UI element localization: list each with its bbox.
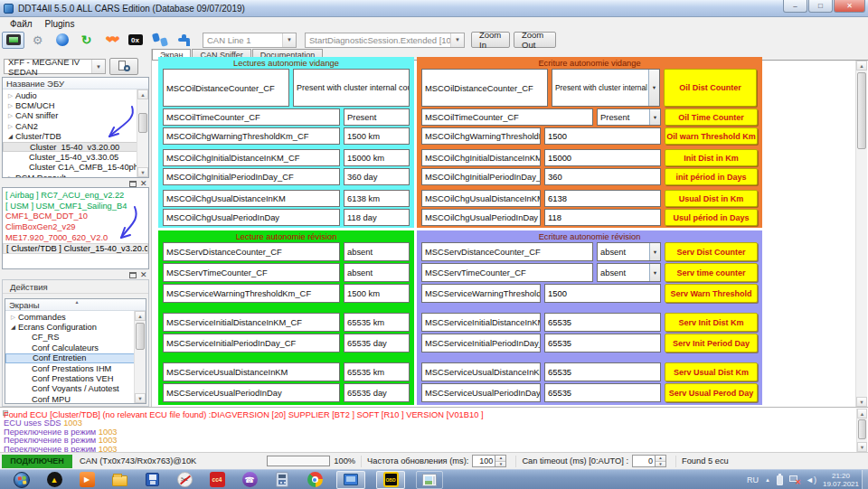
- scroll-down-icon[interactable]: ▼: [135, 393, 146, 403]
- zoom-in-button[interactable]: Zoom In: [471, 32, 510, 48]
- param-input[interactable]: [544, 284, 661, 303]
- tree-item[interactable]: Cluster_15-40_v3.30.05: [3, 152, 148, 162]
- spin-down-icon[interactable]: ▼: [495, 462, 505, 467]
- battery-icon[interactable]: [777, 475, 783, 485]
- close-panel-icon[interactable]: ✕: [140, 272, 147, 278]
- tree-item[interactable]: Cluster C1A_CMFB_15-40ph2_V2.20: [3, 163, 148, 173]
- can-timeout-spinner[interactable]: 0 ▲▼: [632, 455, 666, 467]
- scrollbar-thumb[interactable]: [136, 323, 145, 350]
- screens-header[interactable]: Экраны ▴: [5, 299, 146, 311]
- web-button[interactable]: [51, 32, 73, 49]
- screens-scrollbar[interactable]: ▲ ▼: [134, 311, 146, 403]
- scrollbar-thumb[interactable]: [857, 72, 866, 149]
- spin-down-icon[interactable]: ▼: [656, 462, 665, 467]
- chrome-taskbar-button[interactable]: [304, 471, 326, 489]
- write-button[interactable]: Serv Warn Threshold: [665, 284, 758, 303]
- loaded-ecu-item[interactable]: ClimBoxGen2_v29: [3, 221, 148, 232]
- scroll-down-icon[interactable]: ▼: [856, 397, 867, 407]
- refresh-rate-spinner[interactable]: 100 ▲▼: [472, 455, 506, 467]
- log-scrollbar[interactable]: ▲ ▼: [856, 409, 867, 452]
- language-indicator[interactable]: RU: [747, 475, 759, 484]
- param-select[interactable]: absent▼: [597, 263, 661, 282]
- expander-collapsed-icon[interactable]: ▷: [8, 314, 18, 321]
- write-button[interactable]: Usual Dist in Km: [665, 190, 758, 207]
- clock[interactable]: 21:20 19.07.2021: [823, 472, 859, 488]
- param-input[interactable]: [544, 127, 661, 145]
- tree-item[interactable]: ▷CAN2: [3, 121, 148, 131]
- expander-collapsed-icon[interactable]: ▷: [5, 112, 15, 119]
- expander-collapsed-icon[interactable]: ▷: [5, 92, 15, 99]
- refresh-button[interactable]: ↻: [75, 32, 98, 49]
- tree-item[interactable]: Conf MPU: [5, 394, 146, 404]
- scrollbar-thumb[interactable]: [858, 419, 866, 439]
- tree-item[interactable]: Cluster_15-40_v3.20.00: [3, 142, 148, 152]
- close-button[interactable]: ✕: [834, 0, 865, 13]
- tree-item[interactable]: CF_RS: [5, 333, 146, 343]
- favorites-button[interactable]: ❤❤: [99, 32, 122, 49]
- scroll-up-icon[interactable]: ▲: [856, 61, 867, 71]
- scroll-down-icon[interactable]: ▼: [137, 167, 148, 177]
- param-input[interactable]: [544, 190, 661, 207]
- tree-item[interactable]: Conf Prestations IHM: [5, 363, 146, 373]
- cc4-taskbar-button[interactable]: cc4: [206, 471, 228, 489]
- start-taskbar-button[interactable]: [11, 471, 33, 489]
- param-input[interactable]: [544, 168, 661, 185]
- media-player-taskbar-button[interactable]: ▶: [76, 471, 98, 489]
- tree-item[interactable]: ▷BCM/UCH: [3, 100, 148, 110]
- snipping-taskbar-button[interactable]: ✂: [174, 471, 195, 489]
- session-combo[interactable]: StartDiagnosticSession.Extended [1003] ▼: [305, 33, 465, 48]
- maximize-button[interactable]: □: [808, 0, 833, 13]
- plugin-button[interactable]: [148, 32, 171, 49]
- flow-control-button[interactable]: [173, 32, 195, 49]
- param-input[interactable]: [544, 362, 661, 381]
- options-button[interactable]: ⚙: [26, 32, 49, 49]
- scroll-up-icon[interactable]: ▲: [857, 409, 867, 418]
- save-taskbar-button[interactable]: [141, 471, 163, 489]
- tree-item[interactable]: ◢Ecrans Configuration: [5, 322, 146, 332]
- expander-expanded-icon[interactable]: ◢: [5, 133, 15, 140]
- float-panel-icon[interactable]: [129, 181, 137, 187]
- write-button[interactable]: Init Dist in Km: [665, 149, 758, 166]
- ddt4all-taskbar-button[interactable]: ▲: [43, 471, 65, 489]
- menu-item[interactable]: Plugins: [39, 18, 81, 30]
- param-select[interactable]: Present with cluster internal counter▼: [552, 69, 660, 107]
- tree-item[interactable]: ▷Audio: [3, 90, 148, 100]
- loaded-ecu-item[interactable]: [ Airbag ] RC7_ACU_eng_v2.22: [3, 190, 148, 201]
- loaded-ecu-item[interactable]: [ Cluster/TDB ] Cluster_15-40_v3.20.00: [3, 243, 148, 254]
- show-desktop-button[interactable]: [862, 470, 868, 489]
- tree-item[interactable]: Conf Entretien: [5, 353, 146, 363]
- expander-collapsed-icon[interactable]: ▷: [5, 174, 15, 178]
- loaded-ecu-item[interactable]: ME17.920_7000_620_V2.0: [3, 232, 148, 243]
- param-select[interactable]: absent▼: [597, 242, 661, 261]
- write-button[interactable]: Serv time counter: [665, 263, 758, 282]
- ecu-tree-scrollbar[interactable]: ▲ ▼: [137, 89, 148, 177]
- minimize-button[interactable]: –: [783, 0, 807, 13]
- float-panel-icon[interactable]: [129, 272, 137, 278]
- screen-tool-taskbar-button[interactable]: [336, 471, 365, 489]
- write-button[interactable]: Usul périod in Days: [665, 209, 758, 226]
- write-button[interactable]: Serv Init Period Day: [665, 334, 758, 353]
- scroll-up-icon[interactable]: ▲: [137, 89, 148, 99]
- close-panel-icon[interactable]: ✕: [140, 181, 147, 187]
- expander-collapsed-icon[interactable]: ▷: [5, 102, 15, 109]
- param-select[interactable]: Present▼: [597, 108, 661, 126]
- write-button[interactable]: init périod in Days: [665, 168, 758, 185]
- param-input[interactable]: [544, 149, 661, 166]
- scroll-down-icon[interactable]: ▼: [857, 442, 867, 452]
- scrollbar-thumb[interactable]: [138, 113, 147, 133]
- expander-collapsed-icon[interactable]: ▷: [5, 123, 15, 130]
- tray-expand-icon[interactable]: ▲: [765, 477, 770, 483]
- tree-item[interactable]: Conf Voyants / Autotest: [5, 384, 146, 394]
- write-button[interactable]: Oil Dist Counter: [664, 69, 757, 107]
- image-viewer-taskbar-button[interactable]: [416, 471, 443, 489]
- hex-mode-button[interactable]: 0x: [124, 32, 146, 49]
- tree-item[interactable]: ▷CAN sniffer: [3, 111, 148, 121]
- viber-taskbar-button[interactable]: ☎: [239, 471, 260, 489]
- expander-expanded-icon[interactable]: ◢: [8, 324, 18, 331]
- speaker-icon[interactable]: ◄): [806, 475, 816, 484]
- tree-item[interactable]: ◢Cluster/TDB: [3, 132, 148, 142]
- calculator-taskbar-button[interactable]: [271, 471, 293, 489]
- write-button[interactable]: Serv Usual Perod Day: [665, 383, 758, 402]
- write-button[interactable]: Oil Time Counter: [665, 108, 758, 126]
- can-line-combo[interactable]: CAN Line 1 ▼: [203, 33, 297, 48]
